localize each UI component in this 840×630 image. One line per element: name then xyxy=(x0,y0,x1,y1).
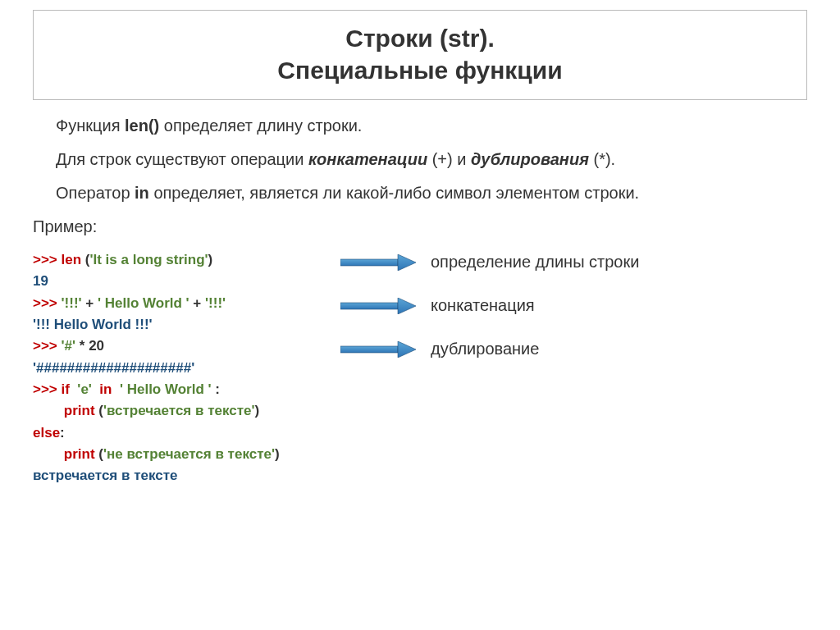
annotation-text-2: конкатенация xyxy=(431,294,535,317)
svg-rect-0 xyxy=(340,259,398,266)
code-column: >>> len ('It is a long string') 19 >>> '… xyxy=(33,249,316,487)
example-columns: >>> len ('It is a long string') 19 >>> '… xyxy=(33,249,807,487)
annotation-row-1: определение длины строки xyxy=(340,251,807,273)
annotation-column: определение длины строки конкатенация ду… xyxy=(340,249,807,487)
title-line-2: Специальные функции xyxy=(277,57,562,84)
code-line-5: >>> '#' * 20 xyxy=(33,336,316,357)
title-box: Строки (str). Специальные функции xyxy=(33,10,807,100)
annotation-row-2: конкатенация xyxy=(340,294,807,317)
title-line-1: Строки (str). xyxy=(345,25,494,52)
annotation-text-1: определение длины строки xyxy=(431,251,639,273)
paragraph-in: Оператор in определяет, является ли како… xyxy=(33,182,807,204)
code-line-6: '####################' xyxy=(33,358,316,379)
code-line-7: >>> if 'e' in ' Hello World ' : xyxy=(33,379,316,400)
code-line-8: print ('встречается в тексте') xyxy=(33,400,316,422)
svg-marker-5 xyxy=(398,341,416,358)
paragraph-concat-dup: Для строк существуют операции конкатенац… xyxy=(33,148,807,171)
arrow-icon xyxy=(340,298,416,314)
svg-rect-2 xyxy=(340,303,398,309)
code-line-10: print ('не встречается в тексте') xyxy=(33,444,316,465)
code-line-1: >>> len ('It is a long string') xyxy=(33,249,316,271)
content-body: Функция len() определяет длину строки. Д… xyxy=(33,115,807,487)
arrow-icon xyxy=(340,341,416,358)
code-line-2: 19 xyxy=(33,271,316,292)
page-title: Строки (str). Специальные функции xyxy=(42,22,798,86)
code-line-4: '!!! Hello World !!!' xyxy=(33,314,316,336)
code-line-3: >>> '!!!' + ' Hello World ' + '!!!' xyxy=(33,293,316,314)
example-label: Пример: xyxy=(33,216,807,238)
code-line-11: встречается в тексте xyxy=(33,465,316,486)
annotation-row-3: дублирование xyxy=(340,338,807,360)
svg-marker-1 xyxy=(398,254,416,271)
code-line-9: else: xyxy=(33,422,316,444)
paragraph-len: Функция len() определяет длину строки. xyxy=(33,115,807,137)
svg-marker-3 xyxy=(398,298,416,314)
annotation-text-3: дублирование xyxy=(431,338,539,360)
svg-rect-4 xyxy=(340,346,398,353)
arrow-icon xyxy=(340,254,416,271)
